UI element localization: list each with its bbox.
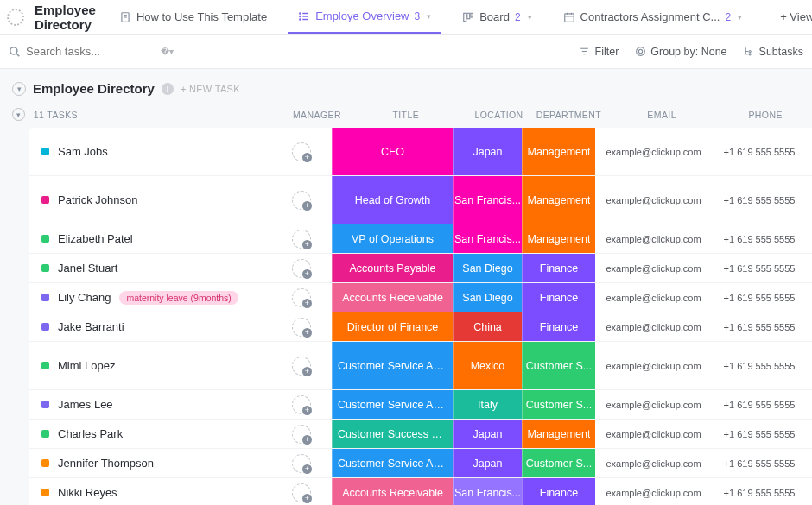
cell-name[interactable]: Mimi Lopez	[29, 342, 271, 389]
cell-email[interactable]: example@clickup.com	[595, 283, 712, 312]
table-row[interactable]: Lily Changmaternity leave (9months)Accou…	[29, 283, 812, 312]
tag-badge[interactable]: maternity leave (9months)	[119, 291, 238, 305]
cell-name[interactable]: Jennifer Thompson	[29, 449, 271, 477]
table-row[interactable]: Elizabeth PatelVP of OperationsSan Franc…	[29, 224, 812, 254]
table-row[interactable]: Janel StuartAccounts PayableSan DiegoFin…	[29, 254, 812, 283]
cell-department[interactable]: Management	[522, 128, 595, 175]
assign-avatar-icon[interactable]	[292, 259, 311, 278]
cell-phone[interactable]: +1 619 555 5555	[712, 420, 807, 448]
cell-manager[interactable]	[271, 390, 332, 419]
cell-phone[interactable]: +1 619 555 5555	[712, 176, 807, 224]
col-email[interactable]: EMAIL	[605, 110, 719, 120]
cell-title[interactable]: Head of Growth	[332, 176, 453, 224]
assign-avatar-icon[interactable]	[292, 357, 311, 376]
cell-phone[interactable]: +1 619 555 5555	[712, 128, 807, 175]
chevron-down-icon[interactable]: �▾	[161, 47, 174, 56]
view-tab[interactable]: Board2▾	[452, 0, 542, 34]
col-department[interactable]: DEPARTMENT	[533, 110, 605, 120]
assign-avatar-icon[interactable]	[292, 318, 311, 337]
status-square[interactable]	[41, 362, 49, 369]
cell-title[interactable]: VP of Operations	[332, 224, 453, 253]
cell-department[interactable]: Finance	[522, 254, 595, 282]
cell-location[interactable]: Japan	[453, 128, 522, 175]
filter-button[interactable]: Filter	[579, 46, 619, 58]
add-view-button[interactable]: + View	[770, 0, 812, 34]
cell-email[interactable]: example@clickup.com	[595, 420, 712, 448]
cell-department[interactable]: Finance	[522, 478, 595, 505]
view-tab[interactable]: How to Use This Template	[109, 0, 277, 34]
cell-phone[interactable]: +1 619 555 5555	[712, 312, 807, 341]
cell-title[interactable]: Director of Finance	[332, 312, 453, 341]
cell-phone[interactable]: +1 619 555 5555	[712, 478, 807, 505]
cell-title[interactable]: Accounts Receivable	[332, 283, 453, 312]
cell-location[interactable]: Japan	[453, 449, 522, 477]
assign-avatar-icon[interactable]	[292, 454, 311, 473]
assign-avatar-icon[interactable]	[292, 288, 311, 307]
cell-manager[interactable]	[271, 342, 332, 389]
cell-name[interactable]: Sam Jobs	[29, 128, 271, 175]
table-row[interactable]: Charles ParkCustomer Success Ma...JapanM…	[29, 420, 812, 449]
cell-title[interactable]: Customer Service Agent	[332, 342, 453, 389]
view-tab[interactable]: Contractors Assignment C...2▾	[553, 0, 753, 34]
cell-manager[interactable]	[271, 254, 332, 282]
table-row[interactable]: Sam JobsCEOJapanManagementexample@clicku…	[29, 128, 812, 176]
cell-location[interactable]: San Diego	[453, 254, 522, 282]
assign-avatar-icon[interactable]	[292, 142, 311, 161]
cell-manager[interactable]	[271, 224, 332, 253]
subtasks-button[interactable]: Subtasks	[743, 46, 803, 58]
table-row[interactable]: Mimi LopezCustomer Service AgentMexicoCu…	[29, 342, 812, 390]
cell-email[interactable]: example@clickup.com	[595, 312, 712, 341]
cell-email[interactable]: example@clickup.com	[595, 254, 712, 282]
cell-location[interactable]: Mexico	[453, 342, 522, 389]
cell-email[interactable]: example@clickup.com	[595, 224, 712, 253]
cell-name[interactable]: Elizabeth Patel	[29, 224, 271, 253]
table-row[interactable]: Patrick JohnsonHead of GrowthSan Francis…	[29, 176, 812, 224]
cell-title[interactable]: Customer Service Agent	[332, 449, 453, 477]
cell-manager[interactable]	[271, 312, 332, 341]
cell-department[interactable]: Customer S...	[522, 449, 595, 477]
cell-name[interactable]: Patrick Johnson	[29, 176, 271, 224]
cell-name[interactable]: Jake Barranti	[29, 312, 271, 341]
view-tab[interactable]: Employe Overview3▾	[288, 0, 441, 34]
cell-email[interactable]: example@clickup.com	[595, 478, 712, 505]
cell-name[interactable]: Charles Park	[29, 420, 271, 448]
cell-name[interactable]: Janel Stuart	[29, 254, 271, 282]
col-manager[interactable]: MANAGER	[288, 110, 347, 120]
cell-location[interactable]: Italy	[453, 390, 522, 419]
assign-avatar-icon[interactable]	[292, 191, 311, 210]
assign-avatar-icon[interactable]	[292, 230, 311, 249]
status-square[interactable]	[41, 235, 49, 243]
table-row[interactable]: Jennifer ThompsonCustomer Service AgentJ…	[29, 449, 812, 478]
cell-department[interactable]: Customer S...	[522, 390, 595, 419]
cell-department[interactable]: Finance	[522, 283, 595, 312]
col-phone[interactable]: PHONE	[719, 110, 812, 120]
cell-manager[interactable]	[271, 449, 332, 477]
cell-title[interactable]: Customer Success Ma...	[332, 420, 453, 448]
status-square[interactable]	[41, 323, 49, 331]
cell-location[interactable]: San Diego	[453, 283, 522, 312]
cell-name[interactable]: Nikki Reyes	[29, 478, 271, 505]
cell-phone[interactable]: +1 619 555 5555	[712, 390, 807, 419]
cell-manager[interactable]	[271, 128, 332, 175]
status-square[interactable]	[41, 459, 49, 467]
assign-avatar-icon[interactable]	[292, 395, 311, 414]
assign-avatar-icon[interactable]	[292, 483, 311, 502]
cell-department[interactable]: Management	[522, 176, 595, 224]
col-title[interactable]: TITLE	[346, 110, 465, 120]
cell-email[interactable]: example@clickup.com	[595, 128, 712, 175]
cell-location[interactable]: Japan	[453, 420, 522, 448]
cell-phone[interactable]: +1 619 555 5555	[712, 224, 807, 253]
cell-department[interactable]: Finance	[522, 312, 595, 341]
cell-manager[interactable]	[271, 176, 332, 224]
cell-manager[interactable]	[271, 420, 332, 448]
cell-location[interactable]: China	[453, 312, 522, 341]
cell-email[interactable]: example@clickup.com	[595, 176, 712, 224]
cell-email[interactable]: example@clickup.com	[595, 390, 712, 419]
cell-manager[interactable]	[271, 283, 332, 312]
cell-department[interactable]: Management	[522, 420, 595, 448]
cell-name[interactable]: Lily Changmaternity leave (9months)	[29, 283, 271, 312]
collapse-icon[interactable]: ▾	[12, 82, 26, 96]
status-square[interactable]	[41, 294, 49, 301]
cell-department[interactable]: Management	[522, 224, 595, 253]
cell-title[interactable]: Accounts Receivable	[332, 478, 453, 505]
